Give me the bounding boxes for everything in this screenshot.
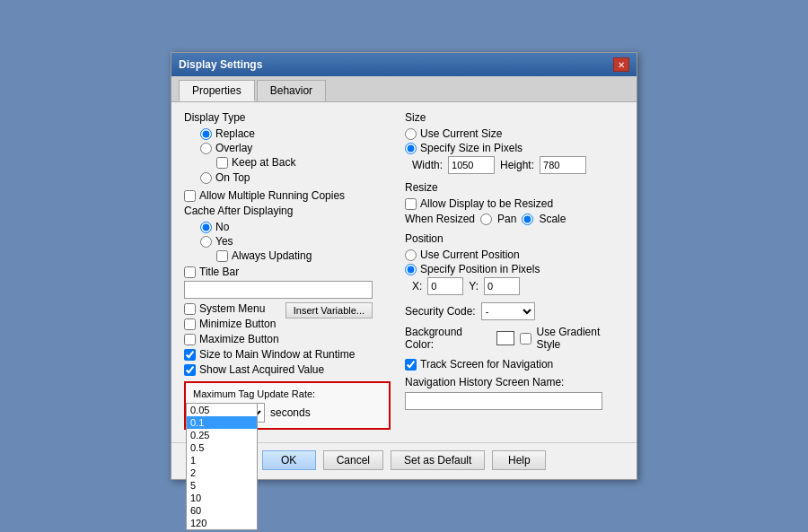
maximize-button-label: Maximize Button bbox=[199, 333, 279, 345]
checkbox-show-last-acquired[interactable] bbox=[184, 364, 196, 376]
dropdown-item-005[interactable]: 0.05 bbox=[187, 404, 257, 416]
radio-on-top[interactable] bbox=[200, 172, 212, 184]
when-resized-row: When Resized Pan Scale bbox=[405, 213, 624, 225]
security-code-row: Security Code: - bbox=[405, 302, 624, 320]
radio-pan[interactable] bbox=[480, 214, 492, 225]
always-updating-label: Always Updating bbox=[232, 249, 312, 262]
radio-specify-size-row: Specify Size in Pixels bbox=[405, 142, 624, 154]
checkbox-allow-resize[interactable] bbox=[405, 198, 417, 210]
y-input[interactable] bbox=[484, 277, 520, 295]
titlebar-row: Title Bar bbox=[184, 266, 391, 278]
always-updating-row: Always Updating bbox=[216, 249, 391, 262]
radio-replace-label: Replace bbox=[215, 127, 255, 140]
radio-ontop-row: On Top bbox=[200, 171, 391, 184]
checkbox-title-bar[interactable] bbox=[184, 266, 196, 278]
checkbox-allow-multiple[interactable] bbox=[184, 190, 196, 202]
security-code-dropdown[interactable]: - bbox=[481, 302, 535, 320]
checkbox-use-gradient[interactable] bbox=[520, 333, 531, 344]
left-panel: Display Type Replace Overlay Keep at Bac… bbox=[184, 111, 391, 433]
dialog-title: Display Settings bbox=[179, 58, 262, 71]
position-inputs-row: X: Y: bbox=[412, 277, 624, 295]
checkbox-keep-back-row: Keep at Back bbox=[216, 156, 391, 169]
tab-properties[interactable]: Properties bbox=[179, 80, 255, 101]
radio-cache-yes[interactable] bbox=[200, 236, 212, 248]
cancel-button[interactable]: Cancel bbox=[323, 450, 383, 470]
set-as-default-button[interactable]: Set as Default bbox=[391, 450, 485, 470]
resize-title: Resize bbox=[405, 181, 624, 194]
dropdown-item-120[interactable]: 120 bbox=[187, 517, 257, 529]
dropdown-item-10[interactable]: 10 bbox=[187, 492, 257, 504]
radio-overlay-row: Overlay bbox=[200, 142, 391, 154]
radio-use-current-pos-row: Use Current Position bbox=[405, 249, 624, 261]
height-label: Height: bbox=[500, 159, 534, 171]
specify-size-label: Specify Size in Pixels bbox=[420, 142, 523, 154]
dropdown-item-5[interactable]: 5 bbox=[187, 479, 257, 492]
height-input[interactable] bbox=[540, 156, 586, 174]
display-type-title: Display Type bbox=[184, 111, 391, 124]
radio-use-current-position[interactable] bbox=[405, 249, 417, 261]
color-swatch[interactable] bbox=[496, 331, 514, 345]
track-screen-label: Track Screen for Navigation bbox=[420, 358, 553, 371]
titlebar-input[interactable] bbox=[184, 281, 373, 299]
insert-variable-button[interactable]: Insert Variable... bbox=[285, 302, 373, 318]
checkbox-minimize-button[interactable] bbox=[184, 318, 196, 330]
radio-replace[interactable] bbox=[200, 128, 212, 140]
dropdown-item-01[interactable]: 0.1 bbox=[187, 416, 257, 429]
cache-title: Cache After Displaying bbox=[184, 205, 391, 217]
radio-specify-position[interactable] bbox=[405, 264, 417, 275]
allow-multiple-row: Allow Multiple Running Copies bbox=[184, 189, 391, 202]
y-label: Y: bbox=[469, 280, 479, 292]
when-resized-label: When Resized bbox=[405, 213, 475, 225]
minimize-button-label: Minimize Button bbox=[199, 318, 276, 330]
radio-yes-row: Yes bbox=[200, 235, 391, 248]
checkbox-keep-at-back[interactable] bbox=[216, 157, 228, 169]
allow-resize-label: Allow Display to be Resized bbox=[420, 197, 553, 210]
specify-pos-label: Specify Position in Pixels bbox=[420, 263, 540, 275]
checkbox-track-screen[interactable] bbox=[405, 359, 417, 371]
x-input[interactable] bbox=[427, 277, 463, 295]
max-tag-label: Maximum Tag Update Rate: bbox=[193, 388, 382, 399]
dropdown-item-1[interactable]: 1 bbox=[187, 454, 257, 467]
checkbox-size-to-main[interactable] bbox=[184, 349, 196, 361]
show-last-acquired-row: Show Last Acquired Value bbox=[184, 363, 391, 376]
dropdown-item-05[interactable]: 0.5 bbox=[187, 441, 257, 454]
ok-button[interactable]: OK bbox=[262, 450, 316, 470]
use-current-size-label: Use Current Size bbox=[420, 127, 502, 140]
close-button[interactable]: ✕ bbox=[613, 57, 629, 72]
radio-ontop-label: On Top bbox=[215, 171, 250, 184]
maximize-button-row: Maximize Button bbox=[184, 333, 391, 345]
background-color-label: Background Color: bbox=[405, 326, 491, 351]
system-menu-row: System Menu bbox=[184, 302, 285, 315]
dropdown-item-025[interactable]: 0.25 bbox=[187, 429, 257, 441]
size-to-main-row: Size to Main Window at Runtime bbox=[184, 348, 391, 361]
dropdown-item-2[interactable]: 2 bbox=[187, 467, 257, 479]
nav-history-label: Navigation History Screen Name: bbox=[405, 376, 624, 388]
help-button[interactable]: Help bbox=[492, 450, 546, 470]
show-last-label: Show Last Acquired Value bbox=[199, 363, 324, 376]
radio-specify-size[interactable] bbox=[405, 143, 417, 154]
allow-multiple-label: Allow Multiple Running Copies bbox=[199, 189, 345, 202]
checkbox-system-menu[interactable] bbox=[184, 303, 196, 315]
radio-cache-no[interactable] bbox=[200, 222, 212, 233]
allow-resize-row: Allow Display to be Resized bbox=[405, 197, 624, 210]
track-screen-row: Track Screen for Navigation bbox=[405, 358, 624, 371]
checkbox-maximize-button[interactable] bbox=[184, 334, 196, 345]
width-input[interactable] bbox=[448, 156, 495, 174]
size-inputs-row: Width: Height: bbox=[412, 156, 624, 174]
scale-label: Scale bbox=[539, 213, 566, 225]
use-gradient-label: Use Gradient Style bbox=[537, 326, 624, 351]
display-settings-dialog: Display Settings ✕ Properties Behavior D… bbox=[171, 52, 637, 480]
checkbox-always-updating[interactable] bbox=[216, 250, 228, 262]
nav-history-input[interactable] bbox=[405, 392, 602, 410]
position-title: Position bbox=[405, 232, 624, 245]
max-tag-unit: seconds bbox=[270, 406, 311, 419]
radio-no-label: No bbox=[215, 221, 229, 233]
dropdown-item-60[interactable]: 60 bbox=[187, 504, 257, 517]
dialog-title-bar: Display Settings ✕ bbox=[171, 53, 637, 76]
radio-use-current-size[interactable] bbox=[405, 128, 417, 140]
tab-behavior[interactable]: Behavior bbox=[257, 80, 326, 101]
security-code-label: Security Code: bbox=[405, 305, 476, 318]
radio-scale[interactable] bbox=[522, 214, 533, 225]
radio-specify-pos-row: Specify Position in Pixels bbox=[405, 263, 624, 275]
radio-overlay[interactable] bbox=[200, 143, 212, 154]
